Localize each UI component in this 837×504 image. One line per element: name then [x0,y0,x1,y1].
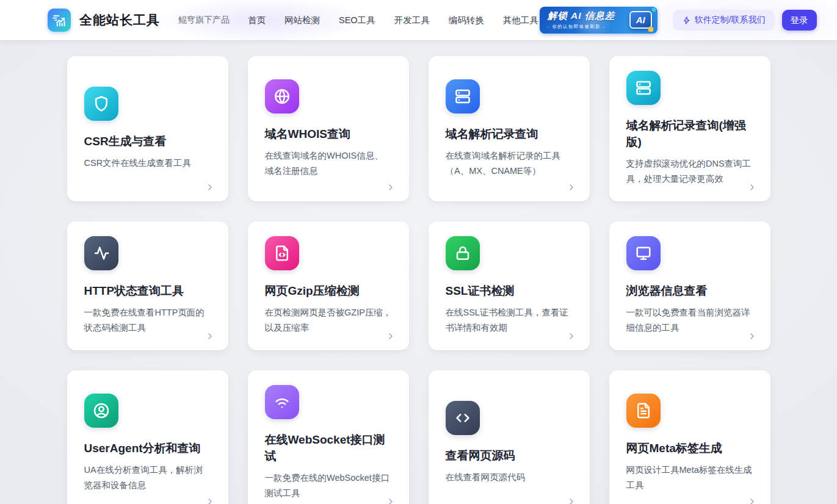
ai-badge: AI [629,11,652,29]
tool-card-http-status-checker[interactable]: HTTP状态查询工具 一款免费在线查看HTTP页面的状态码检测工具 [67,221,228,350]
chevron-right-icon [747,182,757,192]
lock-icon [446,236,480,270]
navbar-right-group: 解锁 AI 信息差 - 你的认知即将被刷新 - AI 软件定制/联系我们 登录 [540,7,817,34]
decor-square-yellow [648,26,653,32]
server-icon [626,71,661,105]
chevron-right-icon [386,182,396,192]
chevron-right-icon [747,497,757,504]
monitor-icon [626,236,661,270]
tool-card-websocket-tester[interactable]: 在线WebSocket接口测试 一款免费在线的WebSocket接口测试工具 [248,370,409,504]
contact-button[interactable]: 软件定制/联系我们 [673,10,775,31]
chevron-right-icon [386,497,396,504]
decor-square-teal [652,8,656,12]
tool-card-grid: CSR生成与查看 CSR文件在线生成查看工具 域名WHOIS查询 在线查询域名的… [67,56,770,504]
activity-icon [84,236,118,270]
ai-promo-banner[interactable]: 解锁 AI 信息差 - 你的认知即将被刷新 - AI [540,7,658,34]
chevron-right-icon [205,182,215,192]
file-code-icon [265,236,299,270]
lightning-icon [682,16,691,25]
code-icon [446,401,480,435]
nav-item-dev-tools[interactable]: 开发工具 [393,11,431,30]
chart-logo-icon[interactable] [48,9,71,32]
brand-title: 全能站长工具 [79,12,160,29]
nav-item-site-check[interactable]: 网站检测 [283,11,321,30]
shield-icon [84,87,118,121]
main-nav: 首页网站检测SEO工具开发工具编码转换其他工具 [247,11,540,30]
chevron-right-icon [567,182,576,192]
chevron-right-icon [747,331,757,341]
nav-item-home[interactable]: 首页 [247,11,267,30]
tool-card-view-page-source[interactable]: 查看网页源码 在线查看网页源代码 [429,370,590,504]
wifi-icon [265,385,299,419]
brand-tagline: 鲲穹旗下产品 [178,15,230,26]
nav-item-encoding-convert[interactable]: 编码转换 [447,11,485,30]
tool-card-csr-generator[interactable]: CSR生成与查看 CSR文件在线生成查看工具 [67,56,228,201]
server-icon [446,79,480,113]
login-button[interactable]: 登录 [782,10,817,31]
top-navbar: 全能站长工具 鲲穹旗下产品 首页网站检测SEO工具开发工具编码转换其他工具 解锁… [0,0,837,40]
tool-card-meta-tag-generator[interactable]: 网页Meta标签生成 网页设计工具Meta标签在线生成工具 [609,370,770,504]
file-text-icon [626,394,661,428]
user-circle-icon [84,394,118,428]
chevron-right-icon [205,497,215,504]
chevron-right-icon [386,331,396,341]
tool-card-ssl-certificate-check[interactable]: SSL证书检测 在线SSL证书检测工具，查看证书详情和有效期 [429,221,590,350]
tool-card-browser-info-viewer[interactable]: 浏览器信息查看 一款可以免费查看当前浏览器详细信息的工具 [609,221,770,350]
tool-card-domain-whois[interactable]: 域名WHOIS查询 在线查询域名的WHOIS信息、域名注册信息 [248,56,409,201]
tool-card-useragent-parser[interactable]: UserAgent分析和查询 UA在线分析查询工具，解析浏览器和设备信息 [67,370,228,504]
chevron-right-icon [205,331,215,341]
nav-item-other-tools[interactable]: 其他工具 [502,11,540,30]
globe-icon [265,79,299,113]
tool-card-dns-record-lookup[interactable]: 域名解析记录查询 在线查询域名解析记录的工具（A、MX、CNAME等） [429,56,590,201]
chevron-right-icon [567,497,576,504]
contact-button-label: 软件定制/联系我们 [695,15,766,26]
chevron-right-icon [567,331,576,341]
nav-item-seo-tools[interactable]: SEO工具 [338,11,377,30]
tool-card-gzip-compression-check[interactable]: 网页Gzip压缩检测 在页检测网页是否被GZIP压缩，以及压缩率 [248,221,409,350]
tool-card-dns-record-lookup-enhanced[interactable]: 域名解析记录查询(增强版) 支持虚拟滚动优化的DNS查询工具，处理大量记录更高效 [609,56,770,201]
